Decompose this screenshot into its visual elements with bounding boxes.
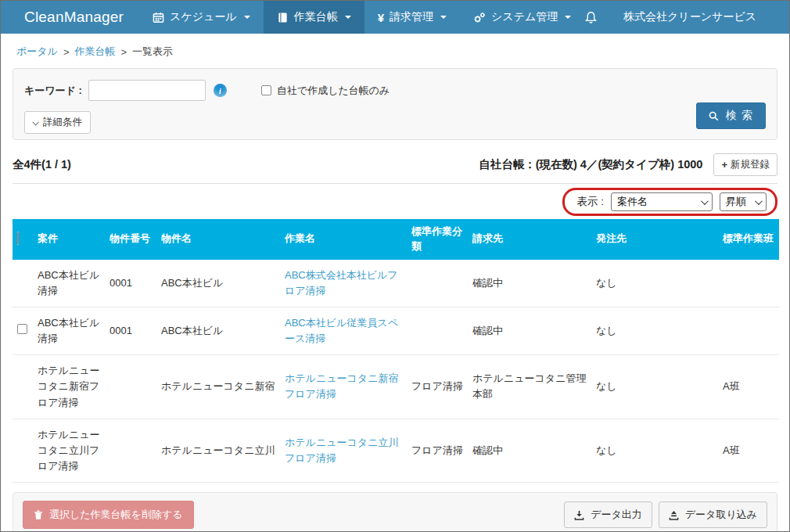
chevron-down-icon: [440, 16, 447, 19]
ledger-table: 案件 物件番号 物件名 作業名 標準作業分類 請求先 発注先 標準作業班 ABC…: [13, 219, 779, 483]
header-seikyu: 請求先: [468, 219, 591, 260]
new-registration-button[interactable]: + 新規登録: [713, 153, 777, 176]
cell-sagyou-name: ABC本社ビル従業員スペース清掃: [280, 307, 407, 354]
navbar-right: 株式会社クリーンサービス: [585, 1, 789, 34]
table-row: ABC本社ビル清掃0001ABC本社ビルABC本社ビル従業員スペース清掃確認中な…: [13, 307, 779, 354]
cell-bukken-name: ホテルニューコタニ立川: [156, 419, 280, 482]
own-company-checkbox-label: 自社で作成した台帳のみ: [277, 84, 390, 98]
work-name-link[interactable]: ホテルニューコタニ新宿フロア清掃: [285, 372, 398, 400]
cell-seikyu: ホテルニューコタニ管理本部: [468, 355, 591, 419]
cell-sagyou-name: ホテルニューコタニ新宿フロア清掃: [280, 355, 407, 419]
gears-icon: [473, 12, 486, 23]
keyword-label: キーワード :: [24, 84, 82, 98]
nav-item-label: 作業台帳: [294, 10, 338, 24]
data-import-label: データ取り込み: [685, 508, 757, 522]
cell-han: A班: [718, 355, 779, 419]
search-icon: [709, 111, 719, 121]
cell-bukken-name: ホテルニューコタニ新宿: [156, 355, 280, 419]
chevron-down-icon: [755, 197, 763, 205]
nav-item-work-ledger[interactable]: 作業台帳: [264, 1, 364, 34]
data-export-button[interactable]: データ出力: [564, 501, 652, 528]
header-hachu: 発注先: [591, 219, 718, 260]
bell-icon[interactable]: [585, 11, 597, 24]
ledger-quota: 自社台帳：(現在数) 4／(契約タイプ枠) 1000: [479, 157, 702, 172]
app-window: CleanManager スケジュール 作業台帳 ¥ 請求管理 システム管理: [0, 0, 790, 532]
row-checkbox[interactable]: [17, 324, 27, 334]
select-all-checkbox[interactable]: [17, 232, 19, 245]
result-count: 全4件(1 / 1): [13, 157, 71, 172]
work-name-link[interactable]: ホテルニューコタニ立川フロア清掃: [285, 437, 398, 464]
cell-hachu: なし: [591, 307, 718, 354]
detail-conditions-button[interactable]: 詳細条件: [24, 111, 91, 134]
cell-bukken-no: 0001: [105, 260, 156, 307]
summary-row: 全4件(1 / 1) 自社台帳：(現在数) 4／(契約タイプ枠) 1000 + …: [13, 153, 777, 176]
breadcrumb-separator: >: [121, 46, 127, 58]
info-icon[interactable]: i: [214, 84, 227, 97]
cell-anken: ホテルニューコタニ立川フロア清掃: [33, 419, 105, 482]
search-panel: キーワード : i 自社で作成した台帳のみ 詳細条件 検 索: [13, 68, 777, 140]
cell-checkbox: [13, 355, 33, 419]
work-name-link[interactable]: ABC株式会社本社ビルフロア清掃: [285, 269, 398, 297]
delete-selected-button[interactable]: 選択した作業台帳を削除する: [23, 501, 194, 529]
nav-item-billing[interactable]: ¥ 請求管理: [364, 1, 460, 34]
cell-han: A班: [718, 419, 779, 482]
cell-hachu: なし: [591, 355, 718, 419]
chevron-down-icon: [701, 197, 709, 205]
table-row: ABC本社ビル清掃0001ABC本社ビルABC株式会社本社ビルフロア清掃確認中な…: [13, 260, 779, 307]
breadcrumb-section-link[interactable]: 作業台帳: [75, 45, 116, 59]
own-company-checkbox[interactable]: [261, 85, 271, 95]
detail-conditions-label: 詳細条件: [43, 116, 82, 129]
footer-panel: 選択した作業台帳を削除する データ出力 データ取り込み: [13, 492, 777, 532]
upload-icon: [669, 510, 679, 520]
chevron-down-icon: [244, 16, 250, 19]
sort-order-value: 昇順: [726, 195, 746, 209]
header-bukken-no: 物件番号: [105, 219, 156, 260]
sort-field-value: 案件名: [617, 195, 648, 209]
nav-item-label: 請求管理: [390, 10, 433, 24]
header-anken: 案件: [33, 219, 105, 260]
sort-row: 表示 : 案件名 昇順: [13, 188, 777, 216]
cell-seikyu: 確認中: [468, 260, 591, 307]
cell-checkbox: [13, 419, 33, 482]
header-sagyou-name: 作業名: [280, 219, 407, 260]
chevron-down-icon: [565, 16, 571, 19]
cell-seikyu: 確認中: [468, 419, 591, 482]
cell-han: [718, 260, 779, 307]
header-han: 標準作業班: [718, 219, 779, 260]
table-body: ABC本社ビル清掃0001ABC本社ビルABC株式会社本社ビルフロア清掃確認中な…: [13, 260, 779, 483]
table-header: 案件 物件番号 物件名 作業名 標準作業分類 請求先 発注先 標準作業班: [13, 219, 779, 260]
cell-sagyou-name: ABC株式会社本社ビルフロア清掃: [280, 260, 407, 307]
new-registration-label: 新規登録: [731, 158, 770, 171]
yen-icon: ¥: [378, 11, 384, 24]
keyword-input[interactable]: [88, 80, 206, 101]
sort-order-select[interactable]: 昇順: [720, 192, 767, 211]
cell-seikyu: 確認中: [468, 307, 591, 354]
breadcrumb-portal-link[interactable]: ポータル: [16, 45, 58, 59]
nav-item-system[interactable]: システム管理: [460, 1, 584, 34]
cell-bunrui: [407, 307, 468, 354]
nav-item-schedule[interactable]: スケジュール: [139, 1, 264, 34]
work-name-link[interactable]: ABC本社ビル従業員スペース清掃: [285, 317, 398, 344]
cell-bukken-no: [105, 419, 156, 482]
calendar-icon: [153, 12, 164, 23]
company-name[interactable]: 株式会社クリーンサービス: [623, 10, 756, 24]
header-bukken-name: 物件名: [156, 219, 280, 260]
brand-logo[interactable]: CleanManager: [24, 1, 139, 34]
cell-bunrui: [407, 260, 468, 307]
sort-field-select[interactable]: 案件名: [611, 192, 713, 211]
cell-bunrui: フロア清掃: [407, 355, 468, 419]
red-annotation-highlight: 表示 : 案件名 昇順: [562, 188, 777, 216]
data-import-button[interactable]: データ取り込み: [659, 501, 767, 528]
table-row: ホテルニューコタニ新宿フロア清掃ホテルニューコタニ新宿ホテルニューコタニ新宿フロ…: [13, 355, 779, 419]
navbar: CleanManager スケジュール 作業台帳 ¥ 請求管理 システム管理: [1, 1, 789, 34]
search-button[interactable]: 検 索: [696, 102, 766, 129]
chevron-down-icon: [32, 119, 38, 125]
cell-bunrui: フロア清掃: [407, 419, 468, 482]
nav-item-label: システム管理: [491, 10, 558, 24]
delete-selected-label: 選択した作業台帳を削除する: [49, 508, 183, 522]
own-company-filter[interactable]: 自社で作成した台帳のみ: [261, 84, 390, 98]
download-icon: [574, 510, 584, 520]
nav-item-label: スケジュール: [170, 10, 237, 24]
cell-bukken-no: [105, 355, 156, 419]
cell-bukken-name: ABC本社ビル: [156, 260, 280, 307]
